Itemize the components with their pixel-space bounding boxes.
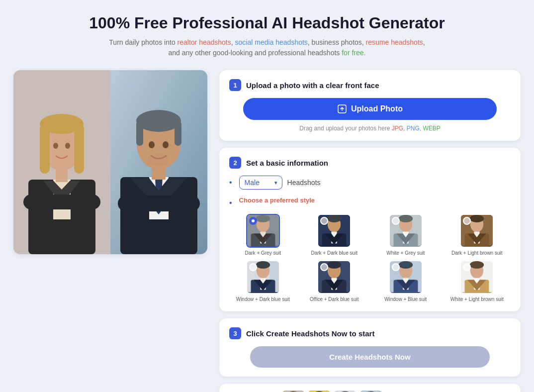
page-subtitle: Turn daily photos into realtor headshots… xyxy=(108,37,426,58)
step3-badge: 3 xyxy=(229,327,241,339)
choose-style-label: Choose a preferred style xyxy=(239,196,315,204)
svg-rect-5 xyxy=(40,124,50,174)
style-label-4: Dark + Light brown suit xyxy=(451,250,503,256)
svg-rect-20 xyxy=(175,121,181,146)
svg-rect-10 xyxy=(23,195,100,209)
main-content: 1 Upload a photo with a clear front face… xyxy=(13,70,521,392)
style-thumb-8 xyxy=(460,260,494,294)
svg-rect-19 xyxy=(136,121,143,146)
step2-card: 2 Set a basic information • Male Female … xyxy=(219,148,521,311)
style-label-3: White + Grey suit xyxy=(386,250,425,256)
step1-header: 1 Upload a photo with a clear front face xyxy=(229,79,511,91)
bullet-icon-2: • xyxy=(229,198,232,207)
style-item-6[interactable]: Office + Dark blue suit xyxy=(301,260,368,302)
style-item-8[interactable]: White + Light brown suit xyxy=(444,260,511,302)
style-thumb-7 xyxy=(389,260,423,294)
style-label-5: Window + Dark blue suit xyxy=(236,296,290,302)
step3-card: 3 Click Create Headshots Now to start Cr… xyxy=(219,318,521,377)
style-thumb-4 xyxy=(460,214,494,248)
svg-point-26 xyxy=(163,141,169,148)
svg-point-11 xyxy=(53,143,58,149)
style-grid: Dark + Grey suit xyxy=(229,214,511,302)
style-radio-1 xyxy=(249,217,257,225)
svg-rect-21 xyxy=(152,166,166,180)
svg-rect-7 xyxy=(56,167,68,182)
svg-point-52 xyxy=(470,215,484,222)
svg-point-31 xyxy=(256,215,270,222)
style-item-3[interactable]: White + Grey suit xyxy=(372,214,440,256)
svg-point-12 xyxy=(65,143,70,149)
gender-select[interactable]: Male Female xyxy=(239,176,282,190)
page-title: 100% Free Professional AI Headshot Gener… xyxy=(89,14,445,32)
preview-panel xyxy=(13,70,207,254)
style-radio-5 xyxy=(249,263,257,271)
step1-card: 1 Upload a photo with a clear front face… xyxy=(219,70,521,141)
female-photo-slot xyxy=(13,70,110,254)
svg-point-75 xyxy=(399,261,413,269)
step1-badge: 1 xyxy=(229,79,241,91)
svg-point-27 xyxy=(148,154,170,166)
style-item-5[interactable]: Window + Dark blue suit xyxy=(229,260,297,302)
style-label-8: White + Light brown suit xyxy=(450,296,504,302)
svg-rect-24 xyxy=(118,196,200,211)
style-label-7: Window + Blue suit xyxy=(384,296,427,302)
style-item-2[interactable]: Dark + Dark blue suit xyxy=(301,214,368,256)
bullet-icon: • xyxy=(229,178,232,187)
svg-point-38 xyxy=(327,215,341,222)
upload-icon xyxy=(337,104,347,114)
upload-photo-button[interactable]: Upload Photo xyxy=(243,98,496,120)
step2-title: Set a basic information xyxy=(246,159,328,167)
no-idea-bar: No idea? Try these photos. xyxy=(219,384,521,392)
style-thumb-1 xyxy=(246,214,280,248)
headshots-label: Headshots xyxy=(287,179,321,187)
svg-point-60 xyxy=(256,261,270,269)
style-label-6: Office + Dark blue suit xyxy=(310,296,358,302)
style-label-2: Dark + Dark blue suit xyxy=(311,250,357,256)
gender-row: • Male Female ▼ Headshots xyxy=(229,176,511,190)
style-item-4[interactable]: Dark + Light brown suit xyxy=(444,214,511,256)
steps-panel: 1 Upload a photo with a clear front face… xyxy=(219,70,521,392)
step2-header: 2 Set a basic information xyxy=(229,157,511,169)
style-thumb-6 xyxy=(317,260,351,294)
svg-point-82 xyxy=(470,261,484,269)
style-header-row: • Choose a preferred style xyxy=(229,196,511,209)
svg-rect-6 xyxy=(74,124,84,174)
gender-select-wrapper[interactable]: Male Female ▼ xyxy=(239,176,282,190)
style-thumb-2 xyxy=(317,214,351,248)
style-item-7[interactable]: Window + Blue suit xyxy=(372,260,440,302)
male-photo-slot xyxy=(110,70,207,254)
step3-header: 3 Click Create Headshots Now to start xyxy=(229,327,511,339)
step1-title: Upload a photo with a clear front face xyxy=(246,81,379,90)
style-thumb-3 xyxy=(389,214,423,248)
step3-title: Click Create Headshots Now to start xyxy=(246,329,374,338)
style-radio-3 xyxy=(392,217,400,225)
style-thumb-5 xyxy=(246,260,280,294)
upload-hint: Drag and upload your photos here JPG, PN… xyxy=(229,125,511,132)
svg-point-45 xyxy=(399,215,413,222)
style-label-1: Dark + Grey suit xyxy=(245,250,281,256)
create-headshots-button[interactable]: Create Headshots Now xyxy=(250,346,489,368)
style-item-1[interactable]: Dark + Grey suit xyxy=(229,214,297,256)
style-radio-7 xyxy=(392,263,400,271)
svg-point-67 xyxy=(327,261,341,269)
step2-badge: 2 xyxy=(229,157,241,169)
svg-point-25 xyxy=(149,141,155,148)
